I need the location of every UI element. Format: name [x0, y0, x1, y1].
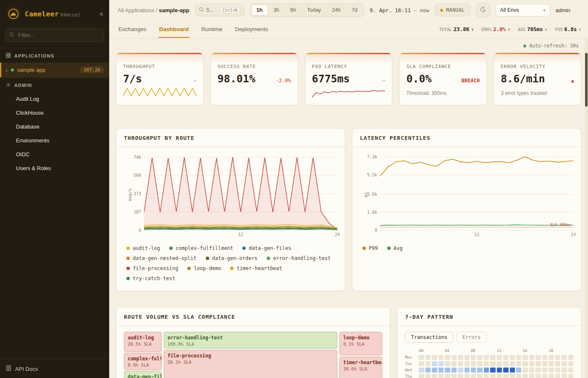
- heatmap-cell: [529, 374, 534, 378]
- x-axis-tick: 12: [238, 232, 243, 237]
- scrollbar-track[interactable]: [585, 39, 588, 378]
- sidebar-item-audit-log[interactable]: Audit Log: [0, 92, 109, 106]
- scrollbar-thumb[interactable]: [585, 53, 588, 107]
- kpi-delta: –: [194, 78, 197, 84]
- legend-dot-icon: [230, 267, 234, 270]
- time-range-today[interactable]: Today: [302, 5, 326, 16]
- legend-item-data-gen-nested-split[interactable]: data-gen-nested-split: [126, 255, 197, 261]
- legend-dot-icon: [362, 247, 366, 250]
- legend-item-error-handling-test[interactable]: error-handling-test: [267, 255, 331, 261]
- legend-item-audit-log[interactable]: audit-log: [126, 245, 160, 251]
- treemap-tile-data-gen-files[interactable]: data-gen-files100.0% SLA: [124, 371, 162, 378]
- toggle-transactions[interactable]: Transactions: [405, 332, 453, 343]
- heatmap-cell: [568, 374, 573, 378]
- tab-dashboard[interactable]: Dashboard: [158, 21, 190, 38]
- heatmap-cell: [438, 368, 444, 373]
- treemap-tile-complex-fulfil[interactable]: complex-fulfil...0.0% SLA: [124, 353, 162, 370]
- sidebar-item-environments[interactable]: Environments: [0, 134, 109, 147]
- heatmap-cell: [490, 355, 495, 360]
- heatmap-cell: [490, 374, 495, 378]
- heatmap-cell: [484, 368, 489, 373]
- treemap-tile-error-handling-test[interactable]: error-handling-test100.0% SLA: [164, 332, 338, 349]
- treemap-tile-loop-demo[interactable]: loop-demo0.1% SLA: [339, 332, 382, 355]
- toggle-errors[interactable]: Errors: [457, 332, 486, 343]
- heatmap-cell: [452, 368, 457, 373]
- legend-item-complex-fulfillment[interactable]: complex-fulfillment: [169, 245, 233, 251]
- y-axis-tick: 746: [134, 155, 141, 159]
- legend-item-data-gen-files[interactable]: data-gen-files: [242, 245, 291, 251]
- heatmap-cell: [536, 374, 541, 378]
- heatmap-cell: [465, 374, 470, 378]
- time-range-1h[interactable]: 1h: [251, 5, 268, 16]
- heatmap-day-label: Thu: [405, 374, 417, 378]
- environment-select[interactable]: All Envs ▾: [496, 4, 550, 16]
- legend-dot-icon: [387, 247, 391, 250]
- legend-dot-icon: [267, 257, 270, 260]
- latency-legend: P99Avg: [360, 239, 573, 258]
- heatmap-cell: [542, 361, 547, 366]
- sidebar-item-oidc[interactable]: OIDC: [0, 147, 109, 161]
- sidebar-header: Cameleer69dcce2 «: [0, 0, 109, 26]
- heatmap-cell: [536, 361, 541, 366]
- treemap-tile-audit-log[interactable]: audit-log28.5% SLA: [124, 332, 162, 352]
- status-dot-icon: [11, 68, 14, 71]
- tile-sla-value: 30.6% SLA: [343, 366, 378, 371]
- env-select-value: All Envs: [500, 7, 519, 13]
- heatmap-cell: [452, 361, 457, 366]
- legend-item-data-gen-orders[interactable]: data-gen-orders: [206, 255, 257, 261]
- tab-runtime[interactable]: Runtime: [200, 21, 223, 38]
- heatmap-cell: [490, 368, 495, 373]
- filter-input[interactable]: [5, 28, 104, 42]
- legend-item-avg[interactable]: Avg: [387, 245, 403, 251]
- card-title: LATENCY PERCENTILES: [352, 129, 581, 147]
- manual-refresh-button[interactable]: MANUAL: [435, 4, 470, 16]
- global-search[interactable]: Ctrl+K: [195, 4, 244, 16]
- time-range-3h[interactable]: 3h: [268, 5, 285, 16]
- tab-deployments[interactable]: Deployments: [234, 21, 269, 38]
- y-axis-tick: 187: [134, 210, 141, 214]
- time-range-24h[interactable]: 24h: [326, 5, 346, 16]
- legend-dot-icon: [206, 257, 209, 260]
- heatmap-cell: [465, 355, 470, 360]
- search-input[interactable]: [206, 7, 218, 13]
- time-range-6h[interactable]: 6h: [285, 5, 302, 16]
- breadcrumb-root[interactable]: All Applications: [118, 7, 154, 13]
- route-volume-treemap: audit-log28.5% SLAerror-handling-test100…: [124, 332, 382, 378]
- sidebar-item-database[interactable]: Database: [0, 120, 109, 134]
- legend-item-timer-heartbeat[interactable]: timer-heartbeat: [230, 265, 282, 271]
- card-title: THROUGHPUT BY ROUTE: [116, 129, 345, 147]
- heatmap-cell: [452, 355, 457, 360]
- heatmap-cell: [555, 355, 560, 360]
- date-range[interactable]: 9. Apr. 16:11 — now: [370, 7, 429, 13]
- dark-mode-toggle-button[interactable]: [476, 3, 490, 17]
- sidebar-item-clickhouse[interactable]: ClickHouse: [0, 106, 109, 120]
- sidebar-item-sample-app[interactable]: › sample app 207.2k: [0, 63, 109, 77]
- api-docs-label: API Docs: [15, 366, 38, 372]
- stat-value: 2.0%: [493, 26, 506, 32]
- legend-item-loop-demo[interactable]: loop-demo: [187, 265, 221, 271]
- legend-item-file-processing[interactable]: file-processing: [126, 265, 178, 271]
- treemap-tile-file-processing[interactable]: file-processing30.1% SLA: [164, 350, 338, 378]
- heatmap-cell: [549, 361, 554, 366]
- sidebar-collapse-button[interactable]: «: [100, 10, 103, 18]
- time-range-7d[interactable]: 7d: [346, 5, 363, 16]
- refresh-status-dot-icon: [523, 45, 526, 47]
- treemap-tile-timer-heartbeat[interactable]: timer-heartbeat30.6% SLA: [339, 357, 382, 378]
- sidebar-item-users-roles[interactable]: Users & Roles: [0, 161, 109, 175]
- kpi-value: 0.0%: [406, 73, 431, 85]
- route-volume-sla-card: ROUTE VOLUME VS SLA COMPLIANCE audit-log…: [116, 307, 390, 378]
- legend-item-p99[interactable]: P99: [362, 245, 378, 251]
- heatmap-cell: [516, 374, 521, 378]
- y-axis-tick: 1.8k: [367, 210, 377, 214]
- heatmap-cell: [542, 374, 547, 378]
- stat-err: ERR%2.0%↑: [481, 26, 510, 32]
- heatmap-cell: [568, 361, 573, 366]
- throughput-legend: audit-logcomplex-fulfillmentdata-gen-fil…: [124, 239, 337, 288]
- heatmap-cell: [562, 355, 567, 360]
- tab-exchanges[interactable]: Exchanges: [118, 21, 147, 38]
- heatmap-cell: [536, 355, 541, 360]
- heatmap-cell: [465, 361, 470, 366]
- legend-item-try-catch-test[interactable]: try-catch-test: [126, 276, 175, 281]
- sidebar-item-api-docs[interactable]: API Docs: [0, 359, 109, 378]
- user-label[interactable]: admin: [556, 7, 570, 13]
